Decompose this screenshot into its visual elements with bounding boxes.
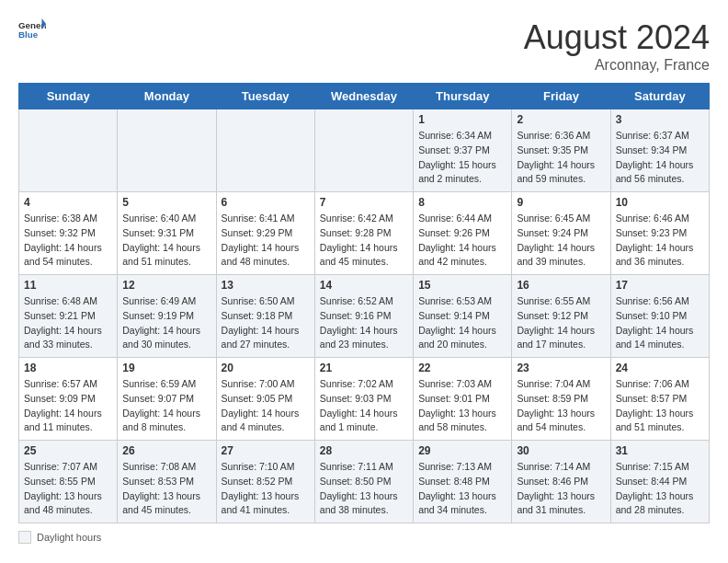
sunset-text: Sunset: 9:24 PM xyxy=(517,226,605,241)
sunset-text: Sunset: 9:01 PM xyxy=(418,392,506,407)
sunrise-text: Sunrise: 7:15 AM xyxy=(616,460,704,475)
table-row: 12Sunrise: 6:49 AMSunset: 9:19 PMDayligh… xyxy=(118,275,216,358)
day-number: 24 xyxy=(616,362,704,374)
sunset-text: Sunset: 9:28 PM xyxy=(320,226,408,241)
table-row: 1Sunrise: 6:34 AMSunset: 9:37 PMDaylight… xyxy=(414,109,512,192)
month-year-title: August 2024 xyxy=(524,18,710,57)
daylight-text: Daylight: 14 hours and 23 minutes. xyxy=(320,324,408,353)
daylight-text: Daylight: 14 hours and 1 minute. xyxy=(320,407,408,436)
table-row: 28Sunrise: 7:11 AMSunset: 8:50 PMDayligh… xyxy=(314,441,413,523)
day-info: Sunrise: 6:46 AMSunset: 9:23 PMDaylight:… xyxy=(616,212,704,270)
location-subtitle: Arconnay, France xyxy=(524,57,710,74)
col-saturday: Saturday xyxy=(610,84,709,109)
col-wednesday: Wednesday xyxy=(314,84,413,109)
day-number: 5 xyxy=(122,196,210,209)
table-row: 21Sunrise: 7:02 AMSunset: 9:03 PMDayligh… xyxy=(314,358,413,441)
day-info: Sunrise: 6:56 AMSunset: 9:10 PMDaylight:… xyxy=(616,294,704,352)
sunset-text: Sunset: 9:14 PM xyxy=(418,309,506,324)
day-number: 30 xyxy=(517,444,605,457)
day-number: 26 xyxy=(122,444,210,457)
col-sunday: Sunday xyxy=(19,84,118,109)
day-info: Sunrise: 6:55 AMSunset: 9:12 PMDaylight:… xyxy=(517,294,605,352)
day-number: 3 xyxy=(616,113,704,126)
calendar-table: Sunday Monday Tuesday Wednesday Thursday… xyxy=(18,83,710,523)
day-number: 11 xyxy=(24,279,112,292)
daylight-box-icon xyxy=(18,531,31,544)
daylight-text: Daylight: 14 hours and 17 minutes. xyxy=(517,324,605,353)
day-info: Sunrise: 7:04 AMSunset: 8:59 PMDaylight:… xyxy=(517,377,605,435)
table-row: 30Sunrise: 7:14 AMSunset: 8:46 PMDayligh… xyxy=(512,441,610,523)
day-number: 23 xyxy=(517,362,605,374)
table-row: 4Sunrise: 6:38 AMSunset: 9:32 PMDaylight… xyxy=(19,192,118,275)
sunrise-text: Sunrise: 6:37 AM xyxy=(616,129,704,144)
sunset-text: Sunset: 9:05 PM xyxy=(222,392,310,407)
daylight-text: Daylight: 14 hours and 56 minutes. xyxy=(616,158,704,188)
daylight-text: Daylight: 13 hours and 51 minutes. xyxy=(616,407,704,436)
sunset-text: Sunset: 8:48 PM xyxy=(418,475,506,489)
sunrise-text: Sunrise: 7:08 AM xyxy=(122,460,210,475)
table-row: 29Sunrise: 7:13 AMSunset: 8:48 PMDayligh… xyxy=(414,441,512,523)
table-row: 15Sunrise: 6:53 AMSunset: 9:14 PMDayligh… xyxy=(414,275,512,358)
day-info: Sunrise: 6:49 AMSunset: 9:19 PMDaylight:… xyxy=(122,294,210,352)
table-row: 23Sunrise: 7:04 AMSunset: 8:59 PMDayligh… xyxy=(512,358,610,441)
sunset-text: Sunset: 8:55 PM xyxy=(24,475,112,489)
daylight-text: Daylight: 13 hours and 54 minutes. xyxy=(517,407,605,436)
table-row: 22Sunrise: 7:03 AMSunset: 9:01 PMDayligh… xyxy=(414,358,512,441)
sunrise-text: Sunrise: 6:55 AM xyxy=(517,294,605,309)
sunset-text: Sunset: 9:16 PM xyxy=(320,309,408,324)
table-row: 18Sunrise: 6:57 AMSunset: 9:09 PMDayligh… xyxy=(19,358,118,441)
day-info: Sunrise: 7:00 AMSunset: 9:05 PMDaylight:… xyxy=(222,377,310,435)
daylight-text: Daylight: 14 hours and 30 minutes. xyxy=(122,324,210,353)
sunrise-text: Sunrise: 6:50 AM xyxy=(222,294,310,309)
day-number: 15 xyxy=(418,279,506,292)
sunrise-text: Sunrise: 7:00 AM xyxy=(222,377,310,392)
col-friday: Friday xyxy=(512,84,610,109)
table-row: 17Sunrise: 6:56 AMSunset: 9:10 PMDayligh… xyxy=(610,275,709,358)
sunset-text: Sunset: 9:18 PM xyxy=(222,309,310,324)
day-number: 19 xyxy=(122,362,210,374)
daylight-text: Daylight: 14 hours and 59 minutes. xyxy=(517,158,605,188)
table-row: 13Sunrise: 6:50 AMSunset: 9:18 PMDayligh… xyxy=(216,275,314,358)
sunset-text: Sunset: 9:19 PM xyxy=(122,309,210,324)
day-info: Sunrise: 6:38 AMSunset: 9:32 PMDaylight:… xyxy=(24,212,112,270)
sunset-text: Sunset: 9:10 PM xyxy=(616,309,704,324)
sunrise-text: Sunrise: 6:46 AM xyxy=(616,212,704,226)
table-row: 14Sunrise: 6:52 AMSunset: 9:16 PMDayligh… xyxy=(314,275,413,358)
sunrise-text: Sunrise: 6:40 AM xyxy=(122,212,210,226)
day-number: 22 xyxy=(418,362,506,374)
sunset-text: Sunset: 9:03 PM xyxy=(320,392,408,407)
day-number: 9 xyxy=(517,196,605,209)
title-area: August 2024 Arconnay, France xyxy=(524,18,710,74)
day-info: Sunrise: 6:48 AMSunset: 9:21 PMDaylight:… xyxy=(24,294,112,352)
table-row: 6Sunrise: 6:41 AMSunset: 9:29 PMDaylight… xyxy=(216,192,314,275)
sunrise-text: Sunrise: 7:04 AM xyxy=(517,377,605,392)
day-number: 1 xyxy=(418,113,506,126)
daylight-hours-label: Daylight hours xyxy=(37,532,101,543)
day-number: 27 xyxy=(222,444,310,457)
day-info: Sunrise: 7:03 AMSunset: 9:01 PMDaylight:… xyxy=(418,377,506,435)
page-header: General Blue August 2024 Arconnay, Franc… xyxy=(18,18,710,74)
day-number: 10 xyxy=(616,196,704,209)
daylight-text: Daylight: 15 hours and 2 minutes. xyxy=(418,158,506,188)
sunrise-text: Sunrise: 6:36 AM xyxy=(517,129,605,144)
table-row: 11Sunrise: 6:48 AMSunset: 9:21 PMDayligh… xyxy=(19,275,118,358)
daylight-text: Daylight: 14 hours and 8 minutes. xyxy=(122,407,210,436)
sunrise-text: Sunrise: 7:11 AM xyxy=(320,460,408,475)
daylight-text: Daylight: 13 hours and 48 minutes. xyxy=(24,489,112,519)
daylight-text: Daylight: 13 hours and 41 minutes. xyxy=(222,489,310,519)
day-info: Sunrise: 6:42 AMSunset: 9:28 PMDaylight:… xyxy=(320,212,408,270)
daylight-text: Daylight: 13 hours and 45 minutes. xyxy=(122,489,210,519)
table-row xyxy=(118,109,216,192)
day-info: Sunrise: 7:07 AMSunset: 8:55 PMDaylight:… xyxy=(24,460,112,518)
table-row: 31Sunrise: 7:15 AMSunset: 8:44 PMDayligh… xyxy=(610,441,709,523)
sunset-text: Sunset: 9:31 PM xyxy=(122,226,210,241)
day-info: Sunrise: 6:37 AMSunset: 9:34 PMDaylight:… xyxy=(616,129,704,187)
day-number: 2 xyxy=(517,113,605,126)
day-number: 29 xyxy=(418,444,506,457)
logo[interactable]: General Blue xyxy=(18,18,46,40)
day-number: 8 xyxy=(418,196,506,209)
table-row: 20Sunrise: 7:00 AMSunset: 9:05 PMDayligh… xyxy=(216,358,314,441)
sunrise-text: Sunrise: 6:38 AM xyxy=(24,212,112,226)
table-row: 9Sunrise: 6:45 AMSunset: 9:24 PMDaylight… xyxy=(512,192,610,275)
daylight-text: Daylight: 14 hours and 48 minutes. xyxy=(222,241,310,270)
